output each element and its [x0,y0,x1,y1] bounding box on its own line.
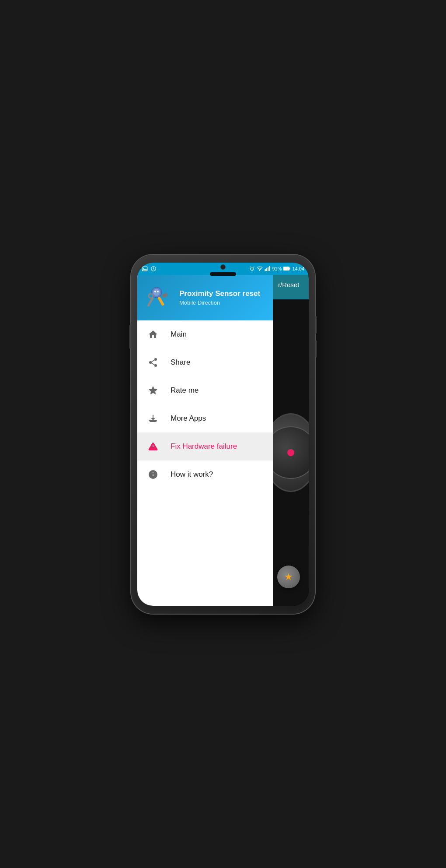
phone-screen: 91% 14:04 [137,263,309,606]
svg-marker-26 [149,386,157,394]
dial-dot [287,449,294,456]
svg-point-22 [149,361,152,364]
app-behind-body [273,299,309,606]
menu-item-how-it-work[interactable]: How it work? [137,460,273,488]
svg-line-24 [152,363,155,365]
app-header: Proximity Sensor reset Mobile Direction [137,275,273,320]
svg-point-16 [157,291,159,292]
phone-frame: 91% 14:04 [131,255,315,614]
battery-icon [283,266,290,271]
menu-item-fix-hardware[interactable]: Fix Hardware failure [137,432,273,460]
volume-up-button[interactable] [315,316,317,334]
clock-icon [150,266,157,272]
gallery-icon [142,266,148,272]
home-icon [146,327,160,341]
svg-rect-11 [283,267,289,271]
app-behind: r/Reset ★ [273,275,309,606]
svg-point-6 [260,270,260,271]
svg-rect-8 [266,268,267,271]
svg-rect-18 [162,292,168,298]
menu-item-rate[interactable]: Rate me [137,376,273,404]
app-behind-header: r/Reset [273,275,309,299]
drawer-menu: Proximity Sensor reset Mobile Direction … [137,275,273,606]
app-icon [144,284,172,312]
menu-label-fix-hardware: Fix Hardware failure [171,442,237,451]
svg-point-14 [153,289,160,296]
menu-item-main[interactable]: Main [137,320,273,348]
app-title: Proximity Sensor reset [179,289,266,299]
menu-label-more-apps: More Apps [171,414,206,423]
svg-line-4 [250,267,251,267]
menu-label-share: Share [171,358,190,367]
svg-rect-7 [265,269,266,271]
fab-star-icon: ★ [284,571,293,583]
share-icon [146,355,160,369]
menu-label-rate: Rate me [171,386,199,395]
dial-inner [273,426,309,479]
svg-rect-17 [157,296,164,306]
menu-label-how-it-work: How it work? [171,470,213,479]
volume-down-button[interactable] [315,340,317,358]
star-icon [146,383,160,397]
menu-label-main: Main [171,330,187,339]
time-text: 14:04 [292,266,304,271]
info-icon [146,467,160,481]
speaker [210,272,236,276]
sensor-dial [273,413,309,492]
svg-point-1 [143,267,144,268]
menu-item-more-apps[interactable]: More Apps [137,404,273,432]
svg-point-23 [154,364,157,367]
signal-icon [265,266,270,271]
svg-point-15 [154,291,156,292]
svg-rect-28 [149,420,157,421]
svg-rect-9 [268,267,268,271]
svg-rect-12 [290,268,290,270]
svg-point-34 [153,472,153,473]
right-panel-label: r/Reset [273,275,309,295]
svg-point-20 [149,294,153,298]
menu-item-share[interactable]: Share [137,348,273,376]
battery-text: 91% [272,266,282,271]
fab-button[interactable]: ★ [277,566,300,588]
download-icon [146,411,160,425]
status-right: 91% 14:04 [249,266,304,272]
wifi-icon [257,266,263,272]
power-button[interactable] [129,325,131,349]
alarm-icon [249,266,255,271]
camera-icon [220,264,226,270]
svg-point-21 [154,358,157,361]
svg-rect-10 [269,266,270,271]
svg-line-25 [152,360,155,362]
warning-icon [146,439,160,453]
app-subtitle: Mobile Direction [179,299,266,306]
svg-line-5 [254,267,254,267]
